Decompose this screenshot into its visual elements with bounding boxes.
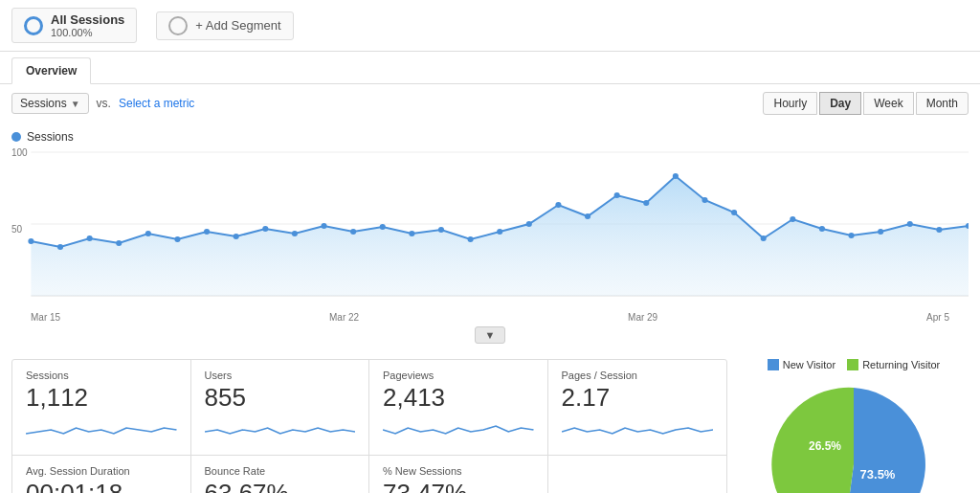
sessions-legend-dot bbox=[11, 132, 21, 142]
svg-text:73.5%: 73.5% bbox=[860, 467, 896, 482]
chart-expand-button[interactable]: ▼ bbox=[475, 326, 506, 344]
new-visitor-color-box bbox=[768, 359, 779, 370]
metric-avg-duration: Avg. Session Duration 00:01:18 bbox=[12, 456, 191, 494]
svg-point-10 bbox=[234, 234, 239, 239]
segment-label: All Sessions bbox=[51, 12, 124, 27]
metric-empty bbox=[548, 456, 727, 494]
svg-point-20 bbox=[526, 221, 532, 227]
chart-container: 100 50 bbox=[11, 147, 969, 310]
metric-users-sparkline bbox=[205, 416, 356, 443]
svg-point-18 bbox=[468, 236, 474, 242]
metric-users: Users 855 bbox=[191, 360, 370, 456]
svg-text:26.5%: 26.5% bbox=[809, 439, 841, 453]
metric-new-sessions: % New Sessions 73.47% bbox=[369, 456, 548, 494]
pie-chart-svg: 73.5% 26.5% bbox=[768, 378, 940, 493]
svg-point-32 bbox=[878, 229, 883, 235]
new-visitor-legend: New Visitor bbox=[768, 359, 835, 370]
svg-point-34 bbox=[936, 227, 942, 233]
svg-point-9 bbox=[204, 229, 210, 235]
metric-bounce-rate-name: Bounce Rate bbox=[205, 465, 356, 477]
metric-pages-session-name: Pages / Session bbox=[562, 370, 714, 381]
main-chart-svg bbox=[11, 147, 969, 301]
metric-select-dropdown[interactable]: Sessions ▼ bbox=[11, 93, 89, 114]
y-axis-50: 50 bbox=[11, 224, 22, 235]
metric-bounce-rate-value: 63.67% bbox=[205, 479, 356, 494]
svg-point-8 bbox=[174, 236, 180, 242]
metric-pageviews-sparkline bbox=[383, 416, 534, 443]
x-label-mar29: Mar 29 bbox=[628, 312, 657, 323]
segment-pct: 100.00% bbox=[51, 27, 124, 38]
metric-pages-session-value: 2.17 bbox=[562, 383, 714, 413]
add-segment-circle-icon bbox=[168, 16, 188, 35]
chart-area: Sessions 100 50 bbox=[0, 123, 980, 347]
segment-circle-icon bbox=[24, 16, 43, 35]
svg-point-21 bbox=[555, 202, 561, 208]
x-label-mar22: Mar 22 bbox=[329, 312, 359, 323]
svg-point-7 bbox=[145, 231, 151, 236]
returning-visitor-color-box bbox=[847, 359, 858, 370]
vs-label: vs. bbox=[97, 97, 111, 110]
pie-legend: New Visitor Returning Visitor bbox=[768, 359, 941, 370]
left-controls: Sessions ▼ vs. Select a metric bbox=[11, 93, 194, 114]
add-segment-label: + Add Segment bbox=[195, 18, 280, 33]
month-button[interactable]: Month bbox=[916, 92, 969, 115]
y-axis-100: 100 bbox=[11, 147, 28, 158]
svg-point-15 bbox=[380, 224, 386, 230]
pie-section: New Visitor Returning Visitor bbox=[739, 359, 969, 493]
metric-users-name: Users bbox=[205, 370, 356, 381]
segment-bar: All Sessions 100.00% + Add Segment bbox=[0, 0, 980, 52]
returning-visitor-legend: Returning Visitor bbox=[847, 359, 940, 370]
metric-pages-session: Pages / Session 2.17 bbox=[548, 360, 727, 456]
select-metric-link[interactable]: Select a metric bbox=[119, 97, 194, 110]
day-button[interactable]: Day bbox=[819, 92, 861, 115]
metric-users-value: 855 bbox=[205, 383, 356, 413]
svg-point-22 bbox=[585, 213, 590, 219]
svg-point-30 bbox=[819, 226, 825, 232]
metrics-grid: Sessions 1,112 Users 855 Pageviews 2,413 bbox=[11, 359, 727, 493]
metric-pageviews: Pageviews 2,413 bbox=[369, 360, 548, 456]
svg-point-16 bbox=[409, 231, 414, 236]
svg-point-19 bbox=[497, 229, 502, 235]
svg-point-33 bbox=[907, 221, 913, 227]
tab-overview[interactable]: Overview bbox=[11, 57, 91, 84]
svg-point-6 bbox=[116, 240, 122, 246]
week-button[interactable]: Week bbox=[863, 92, 913, 115]
right-controls: Hourly Day Week Month bbox=[763, 92, 969, 115]
metric-select-label: Sessions bbox=[20, 97, 67, 110]
tab-bar: Overview bbox=[0, 52, 980, 84]
chart-legend: Sessions bbox=[11, 130, 969, 144]
metric-sessions-sparkline bbox=[26, 416, 177, 443]
metric-new-sessions-value: 73.47% bbox=[383, 479, 534, 494]
svg-point-14 bbox=[350, 229, 356, 235]
x-label-apr5: Apr 5 bbox=[926, 312, 949, 323]
svg-point-29 bbox=[790, 216, 795, 222]
metric-new-sessions-name: % New Sessions bbox=[383, 465, 534, 477]
svg-point-3 bbox=[28, 238, 33, 244]
metric-sessions-value: 1,112 bbox=[26, 383, 177, 413]
svg-point-5 bbox=[87, 235, 93, 241]
svg-point-17 bbox=[438, 227, 444, 233]
svg-point-24 bbox=[643, 200, 649, 206]
metric-avg-duration-name: Avg. Session Duration bbox=[26, 465, 177, 477]
chart-expand: ▼ bbox=[11, 323, 969, 347]
hourly-button[interactable]: Hourly bbox=[763, 92, 817, 115]
new-visitor-label: New Visitor bbox=[783, 359, 835, 370]
dropdown-arrow-icon: ▼ bbox=[71, 99, 80, 109]
svg-point-13 bbox=[321, 223, 326, 229]
svg-point-26 bbox=[702, 197, 707, 203]
metric-pages-session-sparkline bbox=[562, 416, 714, 443]
metric-pageviews-value: 2,413 bbox=[383, 383, 534, 413]
metric-sessions: Sessions 1,112 bbox=[12, 360, 191, 456]
svg-point-31 bbox=[848, 233, 854, 238]
add-segment-button[interactable]: + Add Segment bbox=[156, 11, 293, 40]
sessions-legend-label: Sessions bbox=[27, 130, 74, 144]
metric-pageviews-name: Pageviews bbox=[383, 370, 534, 381]
svg-point-23 bbox=[614, 192, 620, 198]
svg-point-11 bbox=[262, 226, 268, 232]
metric-sessions-name: Sessions bbox=[26, 370, 177, 381]
svg-point-25 bbox=[673, 173, 679, 179]
svg-point-4 bbox=[57, 244, 63, 250]
svg-point-28 bbox=[761, 235, 767, 241]
controls-row: Sessions ▼ vs. Select a metric Hourly Da… bbox=[0, 84, 980, 123]
all-sessions-segment[interactable]: All Sessions 100.00% bbox=[11, 8, 137, 43]
